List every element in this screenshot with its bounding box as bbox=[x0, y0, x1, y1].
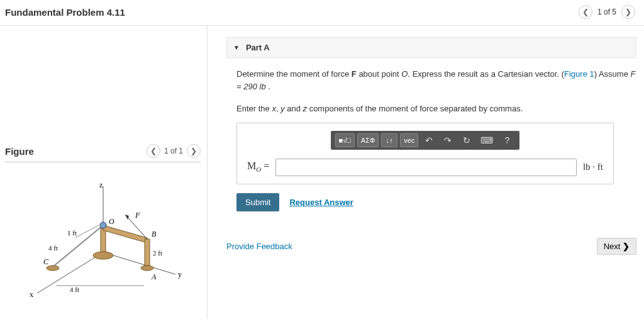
svg-marker-8 bbox=[103, 225, 147, 243]
variable-label: MO = bbox=[247, 160, 269, 173]
svg-rect-9 bbox=[145, 239, 150, 266]
prev-problem-button[interactable]: ❮ bbox=[579, 5, 592, 19]
figure-link[interactable]: Figure 1 bbox=[564, 69, 594, 79]
undo-button[interactable]: ↶ bbox=[421, 133, 437, 147]
redo-button[interactable]: ↷ bbox=[440, 133, 456, 147]
figure-heading: Figure bbox=[5, 146, 34, 157]
svg-text:A: A bbox=[151, 272, 157, 281]
provide-feedback-link[interactable]: Provide Feedback bbox=[226, 242, 292, 251]
svg-point-10 bbox=[141, 266, 153, 271]
prompt-text: Determine the moment of force F about po… bbox=[236, 68, 636, 92]
svg-line-12 bbox=[53, 225, 103, 267]
svg-text:x: x bbox=[30, 290, 33, 299]
problem-pager: ❮ 1 of 5 ❯ bbox=[579, 5, 635, 19]
submit-button[interactable]: Submit bbox=[236, 193, 279, 211]
unit-label: lb · ft bbox=[583, 162, 603, 172]
svg-text:C: C bbox=[43, 257, 49, 266]
answer-input[interactable] bbox=[275, 159, 577, 176]
subsup-button[interactable]: ↓↑ bbox=[381, 133, 397, 147]
svg-text:O: O bbox=[109, 217, 114, 226]
svg-text:z: z bbox=[99, 181, 103, 189]
svg-text:4 ft: 4 ft bbox=[70, 286, 79, 293]
svg-point-15 bbox=[100, 222, 106, 228]
instruction-text: Enter the x, y and z components of the m… bbox=[236, 103, 636, 115]
figure-image: z x y bbox=[5, 180, 201, 299]
templates-button[interactable]: ■√□ bbox=[335, 133, 355, 147]
help-button[interactable]: ? bbox=[499, 133, 515, 147]
svg-text:4 ft: 4 ft bbox=[48, 244, 58, 252]
svg-point-7 bbox=[93, 252, 113, 259]
next-problem-button[interactable]: ❯ bbox=[621, 5, 635, 19]
problem-page-label: 1 of 5 bbox=[597, 8, 616, 16]
vec-button[interactable]: vec bbox=[400, 133, 418, 147]
request-answer-link[interactable]: Request Answer bbox=[289, 198, 353, 207]
greek-button[interactable]: ΑΣФ bbox=[357, 133, 379, 147]
svg-text:B: B bbox=[152, 230, 157, 238]
svg-marker-14 bbox=[125, 215, 129, 220]
svg-text:F: F bbox=[135, 210, 141, 220]
page-title: Fundamental Problem 4.11 bbox=[5, 7, 125, 18]
figure-prev-button[interactable]: ❮ bbox=[147, 144, 160, 158]
math-toolbar: ■√□ ΑΣФ ↓↑ vec ↶ ↷ ↻ ⌨ ? bbox=[331, 131, 519, 150]
figure-pager: ❮ 1 of 1 ❯ bbox=[147, 144, 201, 158]
collapse-icon: ▼ bbox=[233, 44, 240, 51]
svg-line-2 bbox=[103, 252, 175, 274]
figure-next-button[interactable]: ❯ bbox=[187, 144, 201, 158]
part-header[interactable]: ▼ Part A bbox=[226, 37, 636, 58]
next-button[interactable]: Next ❯ bbox=[597, 238, 636, 255]
keyboard-button[interactable]: ⌨ bbox=[477, 133, 496, 147]
part-label: Part A bbox=[246, 43, 270, 52]
svg-text:2 ft: 2 ft bbox=[153, 249, 162, 257]
svg-text:y: y bbox=[178, 270, 182, 279]
reset-button[interactable]: ↻ bbox=[458, 133, 475, 147]
figure-page-label: 1 of 1 bbox=[164, 147, 183, 155]
answer-box: ■√□ ΑΣФ ↓↑ vec ↶ ↷ ↻ ⌨ ? MO = lb · ft bbox=[236, 123, 614, 184]
svg-text:1 ft: 1 ft bbox=[67, 229, 77, 237]
